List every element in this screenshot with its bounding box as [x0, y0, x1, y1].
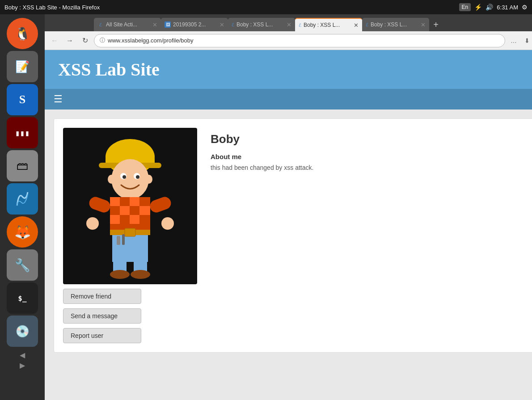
svg-rect-21 — [130, 215, 139, 224]
tab-2-close[interactable]: ✕ — [220, 21, 224, 28]
svg-rect-16 — [120, 206, 130, 215]
os-time: 6:31 AM — [497, 4, 518, 11]
pocket-button[interactable]: ⬇ — [521, 35, 532, 46]
new-tab-button[interactable]: + — [429, 18, 443, 31]
tab-4-close[interactable]: ✕ — [354, 22, 359, 29]
sidebar-icon-dvd[interactable]: 💿 — [7, 316, 38, 347]
profile-left-panel: Remove friend Send a message Report user — [63, 128, 197, 343]
back-button[interactable]: ← — [48, 34, 61, 47]
hamburger-menu-icon[interactable]: ☰ — [54, 93, 63, 105]
more-options-button[interactable]: … — [508, 35, 519, 46]
svg-rect-33 — [161, 217, 174, 230]
profile-right-panel: Boby About me this had been changed by x… — [206, 128, 532, 343]
tab-3-favicon: ℰ — [232, 22, 234, 27]
sidebar-icon-wireshark[interactable] — [7, 183, 38, 215]
tab-5-close[interactable]: ✕ — [421, 21, 426, 28]
sidebar-icon-terminal[interactable]: ▮▮▮ — [7, 117, 38, 148]
sidebar-icon-text-editor[interactable]: 📝 — [7, 51, 38, 82]
svg-rect-19 — [110, 215, 120, 224]
send-message-button[interactable]: Send a message — [63, 308, 141, 324]
svg-rect-12 — [120, 197, 130, 206]
reload-button[interactable]: ↻ — [79, 34, 91, 47]
svg-point-6 — [122, 175, 126, 179]
tab-2[interactable]: 🖼 20199305 2... ✕ — [161, 18, 228, 31]
svg-rect-34 — [117, 236, 120, 245]
tab-2-label: 20199305 2... — [173, 21, 217, 28]
tab-3-label: Boby : XSS L... — [236, 21, 284, 28]
language-indicator: En — [459, 3, 471, 11]
tab-bar: ℰ All Site Acti... ✕ 🖼 20199305 2... ✕ ℰ… — [45, 14, 532, 31]
browser-window: ℰ All Site Acti... ✕ 🖼 20199305 2... ✕ ℰ… — [45, 14, 532, 400]
os-title: Boby : XSS Lab Site - Mozilla Firefox — [4, 4, 100, 11]
sidebar-icon-settings[interactable]: 🔧 — [7, 249, 38, 281]
svg-rect-14 — [139, 197, 150, 206]
svg-rect-17 — [130, 206, 139, 215]
tab-1[interactable]: ℰ All Site Acti... ✕ — [94, 18, 161, 31]
svg-rect-35 — [122, 234, 125, 245]
tab-4[interactable]: ℰ Boby : XSS L... ✕ — [295, 18, 362, 31]
site-header: XSS Lab Site — [45, 50, 532, 89]
sidebar-icon-ubuntu[interactable]: 🐧 — [7, 18, 38, 49]
tab-2-favicon: 🖼 — [165, 21, 171, 28]
svg-rect-22 — [139, 215, 150, 224]
remove-friend-button[interactable]: Remove friend — [63, 289, 141, 304]
sidebar-icon-libreoffice[interactable]: S — [7, 84, 38, 115]
sidebar-icon-terminal2[interactable]: $_ — [7, 282, 38, 314]
site-title: XSS Lab Site — [58, 59, 160, 80]
svg-rect-18 — [139, 206, 150, 215]
page-area: XSS Lab Site ☰ — [45, 50, 532, 400]
svg-rect-25 — [125, 228, 135, 236]
svg-rect-15 — [110, 206, 120, 215]
os-taskbar: Boby : XSS Lab Site - Mozilla Firefox En… — [0, 0, 532, 14]
profile-avatar-svg — [76, 132, 184, 280]
report-user-button[interactable]: Report user — [63, 328, 141, 343]
svg-point-8 — [108, 175, 115, 184]
profile-name: Boby — [211, 132, 532, 146]
bluetooth-icon: ⚡ — [474, 4, 482, 11]
sidebar-arrow-left[interactable]: ◀ — [20, 351, 25, 359]
svg-rect-11 — [110, 197, 120, 206]
tab-1-close[interactable]: ✕ — [152, 21, 157, 28]
sidebar-icon-file-manager[interactable]: 🗃 — [7, 150, 38, 181]
url-text: www.xsslabelgg.com/profile/boby — [108, 37, 499, 44]
svg-point-9 — [145, 175, 152, 184]
tab-1-label: All Site Acti... — [106, 21, 150, 28]
tab-4-favicon: ℰ — [299, 23, 301, 28]
tab-4-label: Boby : XSS L... — [304, 22, 351, 28]
security-icon: ⓘ — [100, 37, 105, 44]
volume-icon: 🔊 — [486, 4, 493, 11]
svg-rect-30 — [88, 195, 112, 215]
page-content: Remove friend Send a message Report user… — [45, 109, 532, 362]
tab-5-favicon: ℰ — [366, 22, 368, 27]
sidebar-icon-firefox[interactable]: 🦊 — [7, 216, 38, 248]
about-me-label: About me — [211, 153, 532, 160]
svg-rect-13 — [130, 197, 139, 206]
profile-image — [63, 128, 197, 284]
about-me-text: this had been changed by xss attack. — [211, 164, 532, 171]
tab-3-close[interactable]: ✕ — [287, 21, 291, 28]
address-bar[interactable]: ⓘ www.xsslabelgg.com/profile/boby — [94, 34, 505, 47]
app-sidebar: 🐧 📝 S ▮▮▮ 🗃 🦊 🔧 $_ 💿 ◀ ▶ — [0, 14, 45, 400]
sidebar-arrow-right[interactable]: ▶ — [20, 361, 25, 370]
tab-3[interactable]: ℰ Boby : XSS L... ✕ — [228, 18, 295, 31]
tab-5-label: Boby : XSS L... — [371, 21, 418, 28]
nav-extras: … ⬇ ☆ » ≡ — [508, 35, 532, 46]
svg-point-28 — [110, 270, 130, 279]
svg-rect-20 — [120, 215, 130, 224]
forward-button[interactable]: → — [63, 34, 76, 47]
tab-5[interactable]: ℰ Boby : XSS L... ✕ — [362, 18, 429, 31]
svg-rect-31 — [86, 217, 99, 230]
site-nav: ☰ — [45, 89, 532, 109]
nav-bar: ← → ↻ ⓘ www.xsslabelgg.com/profile/boby … — [45, 31, 532, 50]
svg-point-3 — [111, 159, 149, 199]
svg-point-29 — [131, 270, 150, 279]
profile-card: Remove friend Send a message Report user… — [54, 118, 532, 353]
settings-icon: ⚙ — [522, 4, 528, 11]
svg-rect-32 — [148, 195, 173, 215]
tab-1-favicon: ℰ — [97, 21, 104, 28]
svg-point-7 — [136, 175, 139, 179]
